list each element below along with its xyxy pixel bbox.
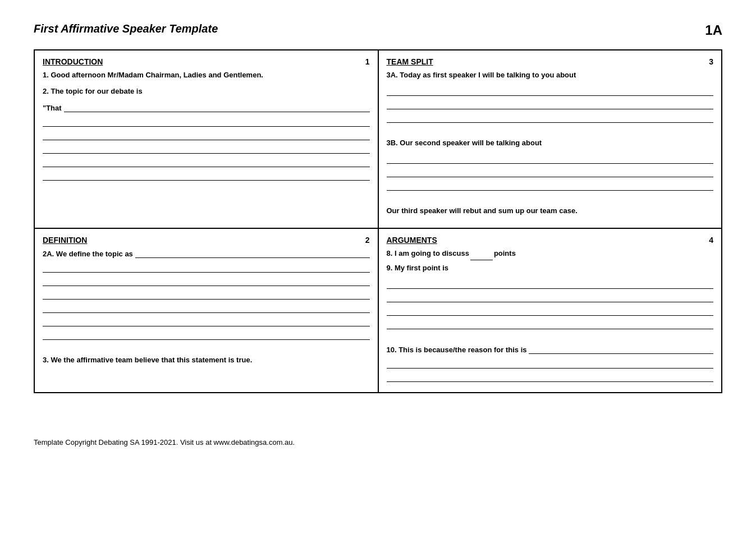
ts-3a-line-2[interactable]	[387, 99, 714, 109]
introduction-number: 1	[365, 57, 370, 66]
arguments-header: ARGUMENTS 4	[387, 236, 714, 245]
page-id: 1A	[705, 22, 722, 38]
define-label: 2A. We define the topic as	[43, 250, 133, 258]
define-field[interactable]	[135, 248, 370, 258]
intro-line1: 1. Good afternoon Mr/Madam Chairman, Lad…	[43, 70, 370, 81]
arg-line-2[interactable]	[387, 292, 714, 302]
arguments-line8: 8. I am going to discuss points	[387, 248, 714, 260]
footer: Template Copyright Debating SA 1991-2021…	[34, 438, 722, 446]
arguments-cell: ARGUMENTS 4 8. I am going to discuss poi…	[378, 228, 722, 393]
arg-because-lines	[387, 358, 714, 382]
intro-line-1[interactable]	[43, 117, 370, 127]
page-title: First Affirmative Speaker Template	[34, 22, 218, 35]
introduction-header: INTRODUCTION 1	[43, 57, 370, 66]
arg-line10-label: 10. This is because/the reason for this …	[387, 346, 527, 354]
definition-title: DEFINITION	[43, 236, 87, 245]
intro-line-2[interactable]	[43, 130, 370, 140]
team-split-3b-lines	[387, 154, 714, 191]
intro-line-5[interactable]	[43, 171, 370, 181]
def-line3: 3. We the affirmative team believe that …	[43, 355, 370, 366]
team-split-title: TEAM SPLIT	[387, 57, 433, 66]
def-line-1[interactable]	[43, 263, 370, 273]
arguments-title: ARGUMENTS	[387, 236, 437, 245]
arg-line-4[interactable]	[387, 319, 714, 329]
definition-lines	[43, 263, 370, 340]
arg-line10: 10. This is because/the reason for this …	[387, 344, 714, 354]
ts-3b-line-2[interactable]	[387, 167, 714, 177]
team-split-3a-lines	[387, 86, 714, 123]
that-label: "That	[43, 104, 62, 112]
definition-number: 2	[365, 236, 370, 245]
definition-cell: DEFINITION 2 2A. We define the topic as	[34, 228, 378, 393]
ts-3a-line-1[interactable]	[387, 86, 714, 96]
arguments-lines	[387, 279, 714, 329]
arg-line8-prefix: 8. I am going to discuss	[387, 248, 469, 260]
footer-text: Template Copyright Debating SA 1991-2021…	[34, 438, 295, 446]
arg-line-3[interactable]	[387, 306, 714, 316]
main-table: INTRODUCTION 1 1. Good afternoon Mr/Mada…	[34, 49, 722, 393]
definition-header: DEFINITION 2	[43, 236, 370, 245]
def-line-4[interactable]	[43, 303, 370, 313]
arg-blank[interactable]	[470, 248, 493, 260]
intro-extra-lines	[43, 117, 370, 181]
intro-line-4[interactable]	[43, 157, 370, 167]
arg-because-field[interactable]	[529, 344, 713, 354]
arg-spacer	[387, 333, 714, 344]
that-line: "That	[43, 102, 370, 112]
ts-3b-line-1[interactable]	[387, 154, 714, 164]
page-header: First Affirmative Speaker Template 1A	[34, 22, 722, 38]
team-split-third: Our third speaker will rebut and sum up …	[387, 205, 714, 217]
ts-3b-line-3[interactable]	[387, 181, 714, 191]
spacer1	[387, 126, 714, 137]
arg-because-line-1[interactable]	[387, 358, 714, 369]
arg-because-line-2[interactable]	[387, 372, 714, 382]
that-field[interactable]	[64, 102, 370, 112]
introduction-title: INTRODUCTION	[43, 57, 103, 66]
team-split-header: TEAM SPLIT 3	[387, 57, 714, 66]
introduction-cell: INTRODUCTION 1 1. Good afternoon Mr/Mada…	[34, 50, 378, 228]
arguments-number: 4	[709, 236, 713, 245]
arg-line-1[interactable]	[387, 279, 714, 289]
define-line: 2A. We define the topic as	[43, 248, 370, 258]
arg-line8-suffix: points	[494, 248, 516, 260]
team-split-number: 3	[709, 57, 713, 66]
team-split-cell: TEAM SPLIT 3 3A. Today as first speaker …	[378, 50, 722, 228]
team-split-3b: 3B. Our second speaker will be talking a…	[387, 137, 714, 149]
def-spacer	[43, 343, 370, 355]
def-line-6[interactable]	[43, 330, 370, 340]
def-line-5[interactable]	[43, 316, 370, 326]
arguments-line9: 9. My first point is	[387, 263, 714, 274]
spacer2	[387, 194, 714, 205]
team-split-3a: 3A. Today as first speaker I will be tal…	[387, 70, 714, 81]
intro-line-3[interactable]	[43, 144, 370, 154]
intro-line2: 2. The topic for our debate is	[43, 86, 370, 98]
ts-3a-line-3[interactable]	[387, 113, 714, 123]
def-line-2[interactable]	[43, 276, 370, 286]
def-line-3[interactable]	[43, 289, 370, 300]
